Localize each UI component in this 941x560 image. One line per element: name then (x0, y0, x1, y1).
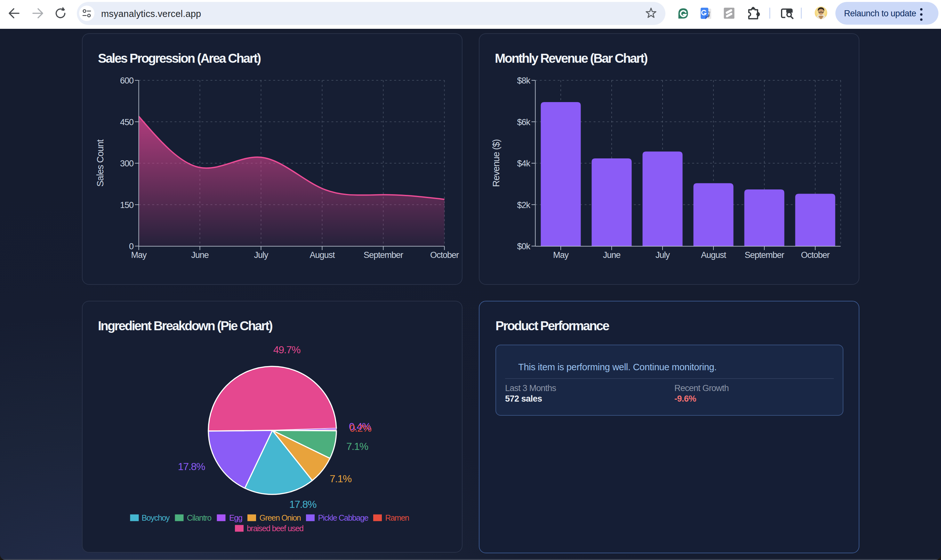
svg-text:150: 150 (120, 200, 134, 210)
svg-text:October: October (430, 250, 459, 260)
svg-text:7.1%: 7.1% (346, 441, 368, 452)
svg-text:Egg: Egg (229, 513, 242, 522)
svg-text:Sales Count: Sales Count (95, 140, 105, 187)
svg-text:0: 0 (129, 242, 134, 251)
svg-text:$2k: $2k (517, 200, 530, 210)
svg-text:Boychoy: Boychoy (142, 513, 170, 522)
svg-text:$8k: $8k (517, 76, 530, 85)
svg-text:Relaunch to update: Relaunch to update (844, 9, 916, 18)
svg-text:braised beef used: braised beef used (247, 524, 303, 533)
svg-text:June: June (603, 250, 621, 260)
svg-text:$4k: $4k (517, 159, 530, 168)
svg-text:17.8%: 17.8% (290, 498, 317, 510)
svg-text:$0k: $0k (517, 242, 530, 251)
svg-text:300: 300 (120, 159, 134, 168)
svg-text:Pickle Cabbage: Pickle Cabbage (318, 513, 368, 522)
svg-text:Revenue ($): Revenue ($) (491, 140, 501, 187)
svg-text:Green Onion: Green Onion (260, 513, 301, 522)
svg-text:October: October (801, 250, 830, 260)
svg-text:0.2%: 0.2% (350, 422, 371, 434)
svg-text:May: May (553, 250, 569, 260)
svg-text:$6k: $6k (517, 117, 530, 127)
svg-text:450: 450 (120, 117, 134, 127)
svg-text:17.8%: 17.8% (178, 461, 205, 472)
svg-text:July: July (656, 250, 670, 260)
svg-text:September: September (363, 250, 403, 260)
svg-text:August: August (701, 250, 727, 260)
svg-text:Cilantro: Cilantro (187, 513, 211, 522)
svg-text:August: August (310, 250, 335, 260)
svg-text:7.1%: 7.1% (330, 473, 352, 485)
svg-text:June: June (191, 250, 209, 260)
svg-text:600: 600 (120, 76, 134, 85)
svg-text:49.7%: 49.7% (273, 344, 300, 355)
svg-text:September: September (744, 250, 784, 260)
svg-text:May: May (131, 250, 147, 260)
svg-text:Ramen: Ramen (385, 513, 409, 522)
svg-text:July: July (254, 250, 268, 260)
